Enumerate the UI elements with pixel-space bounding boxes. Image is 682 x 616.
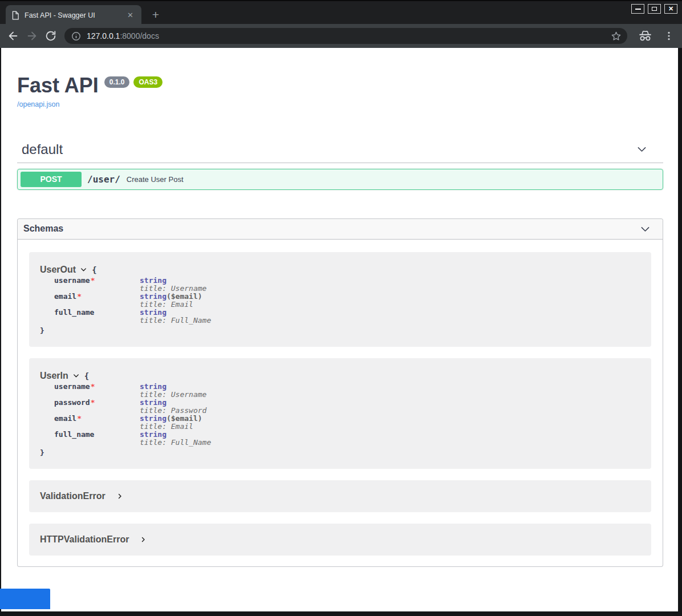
property-type-line: string [140, 431, 211, 439]
minimize-icon [635, 9, 641, 10]
version-badge: 0.1.0 [104, 76, 130, 88]
maximize-icon [652, 7, 657, 11]
property-detail: stringtitle: Username [140, 277, 206, 293]
url-host: 127.0.0.1 [87, 31, 120, 40]
property-type-line: string [140, 383, 206, 391]
property-title: title: Email [140, 301, 202, 309]
required-star: * [77, 414, 82, 423]
property-name: username* [54, 383, 140, 399]
close-brace: } [40, 326, 651, 335]
model-userout: UserOut { username*stringtitle: Username… [29, 252, 651, 347]
window-controls: ✕ [631, 4, 677, 14]
property-title: title: Full_Name [140, 317, 211, 325]
url-text[interactable]: 127.0.0.1:8000/docs [87, 31, 611, 40]
model-validationerror: ValidationError [29, 480, 651, 512]
tab-close-icon[interactable]: ✕ [125, 10, 136, 20]
property-type: string [140, 430, 167, 439]
chevron-down-icon[interactable] [636, 143, 648, 155]
chevron-right-icon[interactable] [116, 493, 123, 500]
schemas-title: Schemas [23, 224, 63, 234]
model-title: HTTPValidationError [40, 534, 129, 545]
property-name: username* [54, 277, 140, 293]
chevron-down-icon[interactable] [639, 223, 651, 235]
open-brace: { [92, 265, 96, 274]
model-property-row: password*stringtitle: Password [54, 399, 651, 415]
required-star: * [77, 292, 82, 301]
tag-title: default [22, 141, 63, 157]
property-detail: string($email)title: Email [140, 293, 202, 309]
chevron-down-icon[interactable] [72, 372, 80, 379]
tab-strip: Fast API - Swagger UI ✕ + ✕ [0, 0, 682, 24]
bookmark-star-icon[interactable] [611, 31, 622, 42]
required-star: * [91, 398, 95, 407]
property-name: full_name [54, 431, 140, 447]
toolbar-right [638, 30, 675, 42]
property-detail: stringtitle: Password [140, 399, 206, 415]
page-title: Fast API [17, 75, 99, 96]
tag-section-default: default POST /user/ Create User Post [17, 141, 663, 190]
browser-tab[interactable]: Fast API - Swagger UI ✕ [6, 5, 141, 25]
model-property-row: full_namestringtitle: Full_Name [54, 431, 651, 447]
model-property-row: username*stringtitle: Username [54, 277, 651, 293]
model-title: ValidationError [40, 491, 105, 501]
model-title: UserOut [40, 265, 76, 275]
property-format: ($email) [167, 414, 202, 423]
property-title: title: Full_Name [140, 439, 211, 447]
property-detail: stringtitle: Full_Name [140, 431, 211, 447]
property-type: string [140, 398, 167, 407]
property-detail: string($email)title: Email [140, 415, 202, 431]
property-title: title: Username [140, 391, 206, 399]
model-header[interactable]: HTTPValidationError [40, 534, 651, 545]
document-icon [11, 11, 19, 20]
model-property-row: full_namestringtitle: Full_Name [54, 309, 651, 325]
url-path: :8000/docs [120, 31, 159, 40]
opblock-post-user[interactable]: POST /user/ Create User Post [17, 169, 663, 190]
status-indicator [0, 589, 50, 609]
api-info: Fast API 0.1.0 OAS3 /openapi.json [17, 75, 663, 109]
schemas-section: Schemas UserOut { username*stringtitle: … [17, 218, 663, 567]
property-name: password* [54, 399, 140, 415]
model-property-row: email*string($email)title: Email [54, 293, 651, 309]
endpoint-summary: Create User Post [127, 175, 184, 184]
property-type: string [140, 308, 167, 317]
model-header[interactable]: UserOut { [40, 265, 651, 275]
close-brace: } [40, 448, 651, 457]
new-tab-button[interactable]: + [149, 9, 163, 22]
page-content: Fast API 0.1.0 OAS3 /openapi.json defaul… [1, 48, 678, 611]
model-userin: UserIn { username*stringtitle: Usernamep… [29, 358, 651, 469]
browser-toolbar: 127.0.0.1:8000/docs [0, 24, 682, 48]
maximize-button[interactable] [648, 4, 661, 14]
address-bar[interactable]: 127.0.0.1:8000/docs [64, 28, 627, 44]
model-property-row: username*stringtitle: Username [54, 383, 651, 399]
property-title: title: Username [140, 285, 206, 293]
property-type: string [140, 276, 167, 285]
chevron-down-icon[interactable] [80, 266, 87, 273]
menu-icon[interactable] [664, 31, 674, 41]
page-info-icon[interactable] [71, 31, 81, 41]
browser-chrome: Fast API - Swagger UI ✕ + ✕ 127.0.0.1:80… [0, 0, 682, 48]
schemas-header[interactable]: Schemas [18, 219, 663, 240]
property-type: string [140, 382, 167, 391]
property-type-line: string($email) [140, 415, 202, 423]
back-button[interactable] [7, 30, 19, 42]
required-star: * [91, 276, 95, 285]
model-header[interactable]: ValidationError [40, 491, 651, 501]
schemas-body: UserOut { username*stringtitle: Username… [18, 240, 663, 566]
chevron-right-icon[interactable] [140, 536, 147, 543]
forward-button[interactable] [26, 30, 38, 42]
minimize-button[interactable] [631, 4, 644, 14]
oas-badge: OAS3 [133, 76, 163, 88]
tab-title: Fast API - Swagger UI [25, 11, 125, 19]
property-format: ($email) [167, 292, 202, 301]
close-icon: ✕ [668, 6, 673, 12]
property-type: string [140, 414, 167, 423]
model-property-row: email*string($email)title: Email [54, 415, 651, 431]
property-name: full_name [54, 309, 140, 325]
close-button[interactable]: ✕ [664, 4, 677, 14]
openapi-spec-link[interactable]: /openapi.json [17, 100, 59, 108]
property-type: string [140, 292, 167, 301]
property-detail: stringtitle: Username [140, 383, 206, 399]
tag-header[interactable]: default [17, 141, 663, 163]
model-header[interactable]: UserIn { [40, 371, 651, 381]
reload-button[interactable] [44, 30, 57, 42]
